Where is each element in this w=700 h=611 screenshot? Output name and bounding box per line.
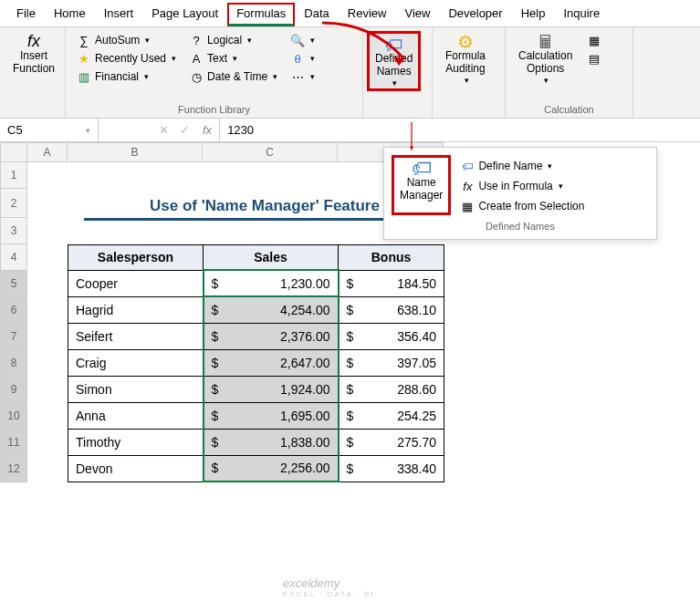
tab-data[interactable]: Data (295, 3, 338, 26)
row-header[interactable]: 4 (0, 244, 27, 271)
lookup-button[interactable]: 🔍▾ (287, 31, 319, 49)
cell-salesperson[interactable]: Cooper (68, 270, 204, 296)
table-row: Timothy$1,838.00$275.70 (68, 429, 444, 455)
cell-salesperson[interactable]: Hagrid (68, 296, 204, 323)
tab-home[interactable]: Home (45, 3, 95, 26)
cell-sales[interactable]: $1,838.00 (204, 429, 339, 455)
tab-insert[interactable]: Insert (95, 3, 143, 26)
auditing-icon: ⚙ (458, 35, 473, 49)
use-in-formula-button[interactable]: fxUse in Formula▾ (456, 177, 588, 195)
define-name-button[interactable]: 🏷Define Name▾ (456, 157, 588, 175)
cell-sales[interactable]: $1,230.00 (204, 270, 339, 296)
math-button[interactable]: θ▾ (287, 49, 319, 67)
chevron-down-icon: ▾ (86, 126, 90, 135)
logical-button[interactable]: ?Logical▾ (185, 31, 281, 49)
column-header[interactable]: A (27, 142, 68, 162)
cancel-icon[interactable]: ✕ (153, 123, 174, 137)
row-header[interactable]: 1 (0, 162, 27, 189)
tab-developer[interactable]: Developer (439, 3, 511, 26)
cell-sales[interactable]: $2,376.00 (204, 323, 339, 349)
table-row: Seifert$2,376.00$356.40 (68, 323, 444, 349)
tab-inquire[interactable]: Inquire (554, 3, 609, 26)
column-header-cell: Sales (204, 245, 339, 271)
tag-icon: 🏷 (387, 37, 402, 52)
chevron-down-icon: ▾ (548, 161, 552, 171)
tab-file[interactable]: File (7, 3, 45, 26)
cell-sales[interactable]: $1,695.00 (204, 402, 339, 429)
cell-bonus[interactable]: $638.10 (339, 296, 444, 323)
financial-button[interactable]: ▥Financial▾ (73, 67, 180, 86)
cell-bonus[interactable]: $254.25 (339, 402, 444, 429)
cell-sales[interactable]: $1,924.00 (204, 376, 339, 402)
sheet-calc-icon: ▤ (587, 51, 601, 66)
chevron-down-icon: ▾ (310, 54, 315, 63)
tab-review[interactable]: Review (339, 3, 396, 26)
defined-names-dropdown: 🏷 Name Manager 🏷Define Name▾ fxUse in Fo… (383, 147, 657, 240)
formula-auditing-button[interactable]: ⚙ Formula Auditing▾ (440, 31, 491, 86)
recently-used-button[interactable]: ★Recently Used▾ (73, 49, 180, 67)
text-button[interactable]: AText▾ (185, 49, 281, 67)
cell-bonus[interactable]: $288.60 (339, 376, 444, 402)
tab-formulas[interactable]: Formulas (227, 3, 295, 26)
chevron-down-icon: ▾ (144, 72, 149, 81)
column-header-cell: Salesperson (68, 245, 204, 271)
chevron-down-icon: ▾ (145, 36, 150, 45)
cell-salesperson[interactable]: Seifert (68, 323, 204, 349)
sigma-icon: ∑ (77, 33, 91, 47)
table-row: Cooper$1,230.00$184.50 (68, 270, 444, 296)
enter-icon[interactable]: ✓ (174, 123, 195, 137)
row-header[interactable]: 5 (0, 271, 27, 297)
fx-icon[interactable]: fx (195, 123, 219, 137)
watermark: exceldemy EXCEL · DATA · BI (283, 576, 375, 598)
lookup-icon: 🔍 (290, 33, 305, 47)
row-header[interactable]: 2 (0, 189, 27, 218)
function-library-label: Function Library (73, 102, 355, 118)
cell-salesperson[interactable]: Anna (68, 402, 204, 429)
clock-icon: ◷ (189, 69, 204, 84)
row-header[interactable]: 9 (0, 377, 27, 403)
insert-function-button[interactable]: fx Insert Function (7, 31, 60, 76)
cell-salesperson[interactable]: Timothy (68, 429, 204, 455)
cell-sales[interactable]: $4,254.00 (204, 296, 339, 323)
table-row: Anna$1,695.00$254.25 (68, 402, 444, 429)
column-header[interactable]: C (203, 142, 338, 162)
autosum-button[interactable]: ∑AutoSum▾ (73, 31, 180, 49)
name-box[interactable]: C5▾ (0, 119, 99, 141)
cell-sales[interactable]: $2,256.00 (204, 455, 339, 482)
row-header[interactable]: 6 (0, 297, 27, 324)
tab-help[interactable]: Help (512, 3, 555, 26)
cell-salesperson[interactable]: Craig (68, 349, 204, 376)
create-from-selection-button[interactable]: ▦Create from Selection (456, 197, 588, 215)
cell-salesperson[interactable]: Devon (68, 455, 204, 482)
cell-bonus[interactable]: $356.40 (339, 323, 444, 349)
chevron-down-icon: ▾ (310, 36, 315, 45)
cell-salesperson[interactable]: Simon (68, 376, 204, 402)
chevron-down-icon: ▾ (273, 72, 277, 81)
selection-icon: ▦ (460, 199, 475, 213)
tab-view[interactable]: View (395, 3, 439, 26)
row-header[interactable]: 12 (0, 456, 27, 482)
row-header[interactable]: 7 (0, 324, 27, 350)
calculation-options-button[interactable]: 🖩 Calculation Options▾ (513, 31, 578, 86)
formula-bar-input[interactable]: 1230 (219, 119, 301, 141)
cell-bonus[interactable]: $397.05 (339, 349, 444, 376)
row-header[interactable]: 8 (0, 350, 27, 377)
cell-sales[interactable]: $2,647.00 (204, 349, 339, 376)
row-header[interactable]: 3 (0, 218, 27, 244)
cell-bonus[interactable]: $275.70 (339, 429, 444, 455)
calc-sheet-button[interactable]: ▤ (583, 49, 605, 67)
row-header[interactable]: 10 (0, 403, 27, 430)
defined-names-button[interactable]: 🏷 Defined Names▾ (367, 31, 421, 91)
column-header[interactable]: B (68, 142, 203, 162)
chevron-down-icon: ▾ (172, 54, 176, 63)
name-manager-button[interactable]: 🏷 Name Manager (392, 155, 451, 215)
tab-page-layout[interactable]: Page Layout (142, 3, 227, 26)
cell-bonus[interactable]: $338.40 (339, 455, 444, 482)
select-all-button[interactable] (0, 142, 27, 162)
cell-bonus[interactable]: $184.50 (339, 270, 444, 296)
row-header[interactable]: 11 (0, 430, 27, 456)
star-icon: ★ (77, 51, 91, 66)
calc-now-button[interactable]: ▦ (583, 31, 605, 49)
date-time-button[interactable]: ◷Date & Time▾ (185, 67, 281, 86)
more-functions-button[interactable]: ⋯▾ (287, 67, 319, 86)
